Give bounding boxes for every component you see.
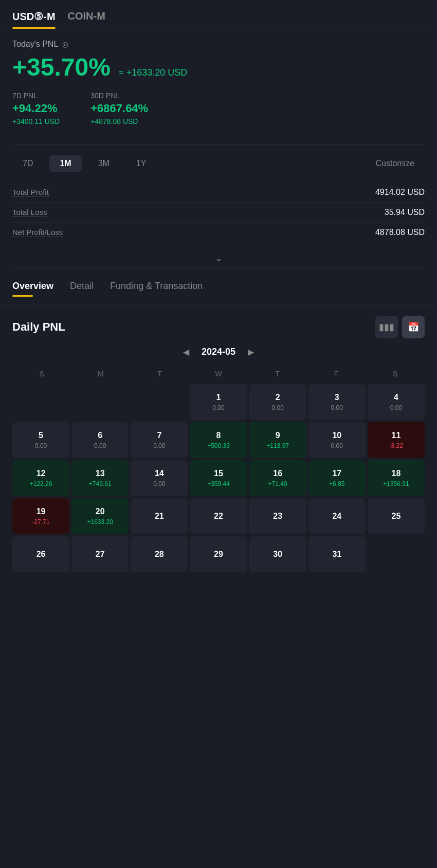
visibility-icon[interactable]: ◎	[62, 40, 68, 48]
pnl-main: +35.70% ≈ +1633.20 USD	[12, 53, 425, 81]
day-name-fri: F	[307, 368, 366, 380]
cal-date: 18	[392, 469, 401, 478]
calendar-cell[interactable]	[131, 384, 188, 420]
period-tab-1m[interactable]: 1M	[49, 155, 81, 172]
cal-date: 22	[214, 512, 223, 521]
calendar-cell[interactable]: 25	[368, 498, 425, 534]
calendar: S M T W T F S 10.0020.0030.0040.0050.006…	[12, 368, 425, 572]
calendar-cell[interactable]: 31	[308, 536, 366, 572]
total-loss-row: Total Loss 35.94 USD	[12, 203, 425, 223]
total-profit-row: Total Profit 4914.02 USD	[12, 183, 425, 203]
pnl-sub-section: 7D PNL +94.22% +3400.11 USD 30D PNL +686…	[12, 92, 425, 125]
cal-date: 9	[276, 431, 280, 440]
calendar-cell[interactable]: 29	[190, 536, 247, 572]
period-tab-7d[interactable]: 7D	[12, 155, 43, 172]
bar-chart-icon: ▮▮▮	[379, 321, 394, 333]
net-profit-row: Net Profit/Loss 4878.08 USD	[12, 223, 425, 242]
cal-value: +1356.91	[383, 480, 409, 487]
calendar-cell[interactable]: 28	[131, 536, 188, 572]
calendar-cell[interactable]: 30	[249, 536, 306, 572]
calendar-cell[interactable]: 19-27.71	[12, 498, 69, 534]
cal-value: -8.22	[389, 442, 403, 449]
net-profit-value: 4878.08 USD	[375, 228, 425, 237]
cal-date: 19	[37, 507, 46, 516]
daily-pnl-title: Daily PNL	[12, 320, 65, 334]
calendar-cell[interactable]: 17+6.85	[308, 460, 366, 496]
day-name-sat: S	[366, 368, 425, 380]
cal-date: 24	[332, 512, 341, 521]
calendar-cell[interactable]: 100.00	[308, 422, 366, 458]
calendar-cell[interactable]: 20+1633.20	[71, 498, 129, 534]
expand-button[interactable]: ⌄	[0, 248, 437, 268]
calendar-cell[interactable]: 16+71.40	[249, 460, 306, 496]
cal-value: 0.00	[35, 442, 47, 449]
daily-pnl-section: Daily PNL ▮▮▮ 📅 ◀ 2024-05 ▶ S M T W T F …	[0, 305, 437, 583]
usd-m-tab[interactable]: USD⑤-M	[12, 10, 56, 29]
calendar-cell[interactable]: 50.00	[12, 422, 69, 458]
day-name-sun: S	[12, 368, 71, 380]
cal-date: 7	[157, 431, 161, 440]
total-loss-value: 35.94 USD	[385, 208, 425, 217]
calendar-cell[interactable]: 11-8.22	[368, 422, 425, 458]
period-tab-3m[interactable]: 3M	[88, 155, 120, 172]
calendar-cell[interactable]: 18+1356.91	[368, 460, 425, 496]
month-label: 2024-05	[202, 347, 235, 357]
cal-value: +113.97	[266, 442, 289, 449]
next-month-button[interactable]: ▶	[248, 347, 254, 357]
market-type-tabs: USD⑤-M COIN-M	[0, 0, 437, 29]
calendar-cell[interactable]: 13+749.61	[71, 460, 129, 496]
cal-date: 14	[155, 469, 164, 478]
cal-date: 23	[273, 512, 282, 521]
cal-date: 16	[273, 469, 282, 478]
tab-overview[interactable]: Overview	[12, 281, 53, 297]
tab-funding[interactable]: Funding & Transaction	[110, 281, 203, 297]
calendar-cell[interactable]: 140.00	[131, 460, 188, 496]
calendar-cell[interactable]: 8+500.33	[190, 422, 247, 458]
calendar-cell[interactable]: 30.00	[308, 384, 366, 420]
calendar-cell[interactable]: 20.00	[249, 384, 306, 420]
calendar-cell[interactable]	[12, 384, 69, 420]
divider-2	[12, 268, 425, 268]
calendar-cell[interactable]: 22	[190, 498, 247, 534]
cal-value: 0.00	[271, 404, 283, 411]
cal-date: 28	[155, 550, 164, 559]
cal-value: 0.00	[212, 404, 224, 411]
calendar-cell[interactable]: 15+359.44	[190, 460, 247, 496]
bar-chart-view-btn[interactable]: ▮▮▮	[375, 316, 398, 338]
calendar-header: S M T W T F S	[12, 368, 425, 380]
calendar-view-btn[interactable]: 📅	[402, 316, 425, 338]
cal-value: 0.00	[94, 442, 106, 449]
cal-value: 0.00	[390, 404, 402, 411]
seven-day-pnl: 7D PNL +94.22% +3400.11 USD	[12, 92, 60, 125]
total-loss-label: Total Loss	[12, 208, 47, 217]
cal-date: 30	[273, 550, 282, 559]
coin-m-tab[interactable]: COIN-M	[68, 10, 105, 29]
cal-date: 12	[37, 469, 46, 478]
calendar-cell[interactable]: 26	[12, 536, 69, 572]
day-name-thu: T	[248, 368, 307, 380]
month-nav: ◀ 2024-05 ▶	[12, 347, 425, 357]
period-tab-1y[interactable]: 1Y	[126, 155, 157, 172]
cal-value: +1633.20	[87, 518, 113, 526]
calendar-cell[interactable]: 60.00	[71, 422, 129, 458]
calendar-cell[interactable]: 24	[308, 498, 366, 534]
prev-month-button[interactable]: ◀	[183, 347, 189, 357]
tab-detail[interactable]: Detail	[70, 281, 94, 297]
calendar-cell[interactable]	[71, 384, 129, 420]
cal-value: 0.00	[331, 404, 343, 411]
calendar-cell[interactable]: 27	[71, 536, 129, 572]
calendar-cell[interactable]: 40.00	[368, 384, 425, 420]
pnl-section: Today's PNL ◎ +35.70% ≈ +1633.20 USD 7D …	[0, 29, 437, 144]
calendar-cell[interactable]: 10.00	[190, 384, 247, 420]
cal-value: 0.00	[153, 442, 165, 449]
calendar-cell[interactable]: 21	[131, 498, 188, 534]
cal-value: 0.00	[153, 480, 165, 487]
calendar-cell[interactable]: 23	[249, 498, 306, 534]
cal-date: 10	[332, 431, 341, 440]
view-toggle: ▮▮▮ 📅	[375, 316, 425, 338]
calendar-cell[interactable]: 9+113.97	[249, 422, 306, 458]
calendar-cell[interactable]: 70.00	[131, 422, 188, 458]
period-tab-customize[interactable]: Customize	[365, 155, 425, 172]
cal-date: 2	[276, 393, 280, 402]
calendar-cell[interactable]: 12+122.26	[12, 460, 69, 496]
